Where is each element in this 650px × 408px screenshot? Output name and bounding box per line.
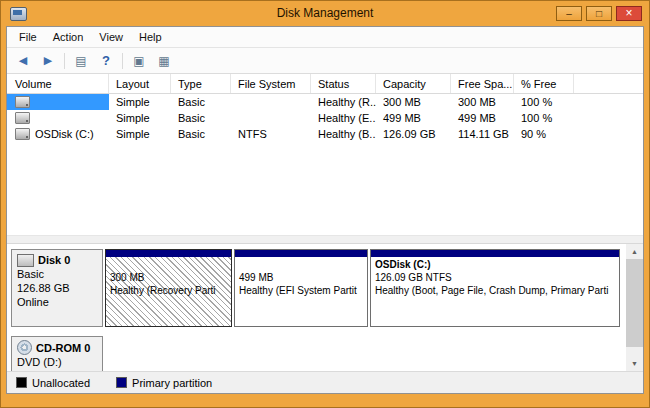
help-icon[interactable]: ? [97,52,115,69]
menu-view[interactable]: View [91,29,131,45]
menu-file[interactable]: File [11,29,45,45]
partition-name: OSDisk (C:) [375,258,615,271]
capacity-cell: 300 MB [376,94,451,110]
pane-splitter[interactable] [7,235,643,244]
partition-size: 126.09 GB NTFS [375,271,615,284]
drive-icon [15,112,30,124]
disk-list-icon[interactable]: ▦ [155,52,173,69]
graphical-view-pane: Disk 0 Basic 126.88 GB Online 300 MB Hea… [7,244,643,371]
table-row-efi[interactable]: Simple Basic Healthy (E... 499 MB 499 MB… [7,110,643,126]
disk0-name: Disk 0 [38,253,70,267]
cdrom-name: CD-ROM 0 [36,341,90,355]
volume-cell [7,110,109,126]
partition-osdisk[interactable]: OSDisk (C:) 126.09 GB NTFS Healthy (Boot… [370,249,620,327]
unallocated-swatch [16,377,27,388]
scrollbar-thumb[interactable] [626,259,643,347]
vertical-scrollbar[interactable]: ▲ ▼ [626,244,643,371]
capacity-cell: 126.09 GB [376,126,451,142]
layout-cell: Simple [109,126,171,142]
toolbar: ◀ ▶ ▤ ? ▣ ▦ [7,48,643,74]
hard-disk-icon [17,254,34,267]
free-space-cell: 114.11 GB [451,126,514,142]
forward-icon[interactable]: ▶ [39,52,57,69]
scroll-down-icon[interactable]: ▼ [626,356,643,371]
disk0-type: Basic [17,267,98,281]
disk0-label-panel[interactable]: Disk 0 Basic 126.88 GB Online [11,249,103,327]
close-button[interactable]: × [616,6,642,21]
back-icon[interactable]: ◀ [14,52,32,69]
drive-icon [15,96,30,108]
menu-help[interactable]: Help [131,29,170,45]
maximize-button[interactable]: □ [586,6,612,21]
volume-list-pane: Volume Layout Type File System Status Ca… [7,74,643,235]
column-header-capacity[interactable]: Capacity [376,74,451,93]
cdrom-label-panel[interactable]: CD-ROM 0 DVD (D:) [11,336,103,371]
capacity-cell: 499 MB [376,110,451,126]
column-header-type[interactable]: Type [171,74,231,93]
computer-icon[interactable]: ▣ [130,52,148,69]
partition-status: Healthy (Boot, Page File, Crash Dump, Pr… [375,284,615,297]
partition-efi[interactable]: 499 MB Healthy (EFI System Partit [234,249,368,327]
titlebar[interactable]: Disk Management – □ × [1,1,649,26]
menu-bar: File Action View Help [7,27,643,48]
type-cell: Basic [171,110,231,126]
partition-status: Healthy (EFI System Partit [239,284,363,297]
legend-primary-partition: Primary partition [116,377,212,389]
file-system-cell: NTFS [231,126,311,142]
volume-cell: OSDisk (C:) [7,126,109,142]
window-title: Disk Management [1,1,649,26]
volume-cell [7,94,109,110]
partition-color-bar [106,250,231,257]
disk-management-window: Disk Management – □ × File Action View H… [0,0,650,408]
legend-label: Primary partition [132,377,212,389]
partition-status: Healthy (Recovery Parti [110,284,227,297]
free-space-cell: 300 MB [451,94,514,110]
pct-free-cell: 100 % [514,110,574,126]
partition-color-bar [371,250,619,257]
disk0-size: 126.88 GB [17,281,98,295]
status-cell: Healthy (E... [311,110,376,126]
column-header-filler [574,74,643,93]
volume-list-header: Volume Layout Type File System Status Ca… [7,74,643,94]
cd-rom-icon [17,340,32,355]
window-controls: – □ × [556,6,642,21]
minimize-button[interactable]: – [556,6,582,21]
scroll-up-icon[interactable]: ▲ [626,244,643,259]
file-system-cell [231,110,311,126]
legend-bar: Unallocated Primary partition [7,371,643,393]
table-row-recovery[interactable]: Simple Basic Healthy (R... 300 MB 300 MB… [7,94,643,110]
column-header-file-system[interactable]: File System [231,74,311,93]
toolbar-separator [122,53,123,69]
column-header-layout[interactable]: Layout [109,74,171,93]
column-header-status[interactable]: Status [311,74,376,93]
disk0-status: Online [17,295,98,309]
partition-size: 300 MB [110,271,227,284]
client-area: File Action View Help ◀ ▶ ▤ ? ▣ ▦ Volume… [6,26,644,394]
type-cell: Basic [171,126,231,142]
drive-icon [15,128,30,140]
partition-size: 499 MB [239,271,363,284]
partition-color-bar [235,250,367,257]
file-system-cell [231,94,311,110]
column-header-free-space[interactable]: Free Spa... [451,74,514,93]
table-row-osdisk[interactable]: OSDisk (C:) Simple Basic NTFS Healthy (B… [7,126,643,142]
layout-cell: Simple [109,94,171,110]
menu-action[interactable]: Action [45,29,92,45]
type-cell: Basic [171,94,231,110]
column-header-pct-free[interactable]: % Free [514,74,574,93]
pct-free-cell: 100 % [514,94,574,110]
layout-cell: Simple [109,110,171,126]
free-space-cell: 499 MB [451,110,514,126]
status-cell: Healthy (B... [311,126,376,142]
status-cell: Healthy (R... [311,94,376,110]
legend-unallocated: Unallocated [16,377,90,389]
partition-recovery[interactable]: 300 MB Healthy (Recovery Parti [105,249,232,327]
pct-free-cell: 90 % [514,126,574,142]
disk0-partitions: 300 MB Healthy (Recovery Parti 499 MB He… [105,249,620,327]
cdrom-type: DVD (D:) [17,355,98,369]
console-tree-icon[interactable]: ▤ [72,52,90,69]
column-header-volume[interactable]: Volume [7,74,109,93]
legend-label: Unallocated [32,377,90,389]
cdrom-row: CD-ROM 0 DVD (D:) [11,336,620,371]
disk0-row: Disk 0 Basic 126.88 GB Online 300 MB Hea… [11,249,620,327]
